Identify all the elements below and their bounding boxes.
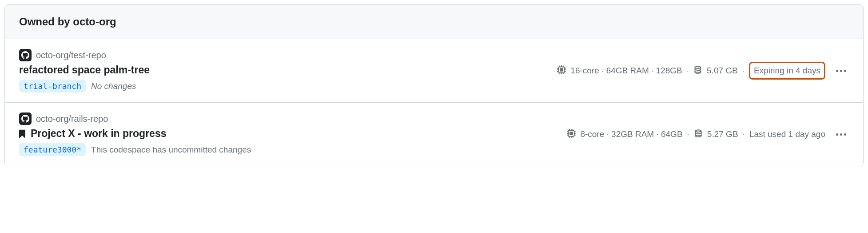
separator-dot: · [687, 66, 689, 76]
repo-name[interactable]: octo-org/rails-repo [36, 114, 108, 124]
expiry-status: Expiring in 4 days [749, 62, 825, 80]
database-icon [694, 129, 703, 140]
branch-tag[interactable]: feature3000* [19, 143, 86, 156]
storage-size: 5.07 GB [707, 66, 738, 76]
separator-dot: · [687, 129, 689, 139]
cpu-icon [557, 65, 566, 76]
codespace-title[interactable]: Project X - work in progress [31, 128, 166, 140]
github-icon [19, 49, 32, 61]
codespace-row: octo-org/test-repo refactored space palm… [5, 39, 863, 103]
cpu-icon [567, 129, 576, 140]
machine-spec: 8-core · 32GB RAM · 64GB [580, 129, 682, 139]
storage-size: 5.27 GB [707, 129, 738, 139]
machine-spec: 16-core · 64GB RAM · 128GB [570, 66, 682, 76]
repo-name[interactable]: octo-org/test-repo [36, 50, 106, 60]
last-used-status: Last used 1 day ago [749, 129, 825, 139]
codespace-meta: 8-core · 32GB RAM · 64GB · 5.27 GB · Las… [567, 129, 825, 140]
github-icon [19, 112, 32, 125]
more-actions-button[interactable] [833, 67, 849, 75]
panel-header: Owned by octo-org [5, 5, 863, 39]
codespace-meta: 16-core · 64GB RAM · 128GB · 5.07 GB · E… [557, 62, 825, 80]
separator-dot: · [743, 129, 745, 139]
separator-dot: · [742, 66, 745, 76]
codespaces-panel: Owned by octo-org octo-org/test-repo ref… [4, 4, 864, 166]
bookmark-icon [19, 129, 26, 138]
database-icon [693, 65, 702, 76]
changes-text: This codespace has uncommitted changes [91, 145, 251, 155]
branch-tag[interactable]: trial-branch [19, 80, 86, 92]
codespace-row: octo-org/rails-repo Project X - work in … [5, 103, 863, 166]
owner-title: Owned by octo-org [19, 16, 849, 28]
more-actions-button[interactable] [833, 131, 849, 138]
codespace-title[interactable]: refactored space palm-tree [19, 64, 150, 76]
changes-text: No changes [91, 81, 136, 91]
